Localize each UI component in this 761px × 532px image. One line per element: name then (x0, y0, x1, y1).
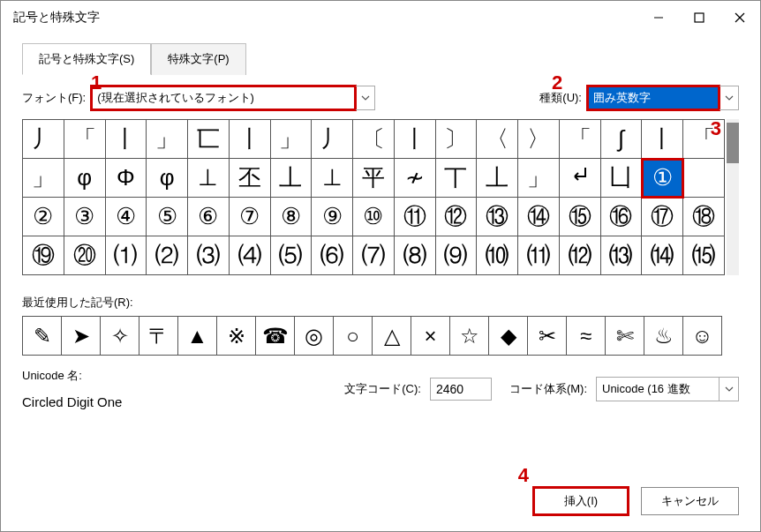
codesystem-field[interactable]: Unicode (16 進数 (596, 377, 720, 401)
char-cell[interactable]: 凵 (600, 159, 642, 198)
char-cell[interactable]: ⒀ (600, 236, 642, 275)
char-cell[interactable]: ⑧ (270, 198, 312, 236)
font-dropdown[interactable]: (現在選択されているフォント) (91, 86, 375, 110)
char-cell[interactable]: ⑩ (353, 198, 395, 236)
char-cell[interactable]: 丨 (394, 120, 435, 159)
charcode-input[interactable] (430, 378, 492, 401)
close-button[interactable] (720, 1, 760, 34)
recent-char-cell[interactable]: ☎ (256, 317, 295, 356)
recent-char-cell[interactable]: ◎ (295, 317, 334, 356)
recent-char-cell[interactable]: ≈ (567, 317, 606, 356)
char-cell[interactable]: 」 (23, 159, 64, 198)
char-cell[interactable]: ⑬ (477, 198, 518, 236)
recent-char-cell[interactable]: ☺ (683, 317, 722, 356)
char-cell[interactable]: ∫ (600, 120, 642, 159)
char-cell[interactable] (559, 159, 600, 198)
char-cell[interactable]: ≁ (394, 159, 435, 198)
recent-char-cell[interactable]: ※ (217, 317, 256, 356)
recent-char-cell[interactable]: ◆ (489, 317, 528, 356)
char-cell[interactable]: ⑾ (518, 236, 560, 275)
char-cell[interactable]: 丅 (435, 159, 477, 198)
char-cell[interactable]: 丄 (270, 159, 312, 198)
char-cell[interactable]: Φ (105, 159, 147, 198)
char-cell[interactable]: ⑿ (559, 236, 600, 275)
char-cell[interactable]: ⑮ (559, 198, 600, 236)
char-cell[interactable]: 〔 (353, 120, 395, 159)
char-cell[interactable]: 匸 (188, 120, 230, 159)
cancel-button[interactable]: キャンセル (641, 487, 739, 515)
subset-field[interactable]: 囲み英数字 (587, 86, 720, 110)
char-cell[interactable]: 丕 (229, 159, 270, 198)
char-cell[interactable]: 平 (353, 159, 395, 198)
char-cell[interactable]: 「 (559, 120, 600, 159)
scroll-thumb[interactable] (727, 123, 739, 163)
char-cell[interactable]: 」 (147, 120, 188, 159)
recent-char-cell[interactable]: ○ (334, 317, 373, 356)
recent-char-cell[interactable]: ✄ (606, 317, 644, 356)
maximize-button[interactable] (679, 1, 720, 34)
recent-char-cell[interactable]: △ (373, 317, 411, 356)
char-cell[interactable]: 丨 (642, 120, 683, 159)
char-cell[interactable]: ⑵ (147, 236, 188, 275)
char-cell[interactable]: ⒂ (683, 236, 725, 275)
char-cell[interactable]: ② (23, 198, 64, 236)
tab-symbols[interactable]: 記号と特殊文字(S) (22, 43, 151, 75)
char-cell[interactable]: 丿 (23, 120, 64, 159)
char-cell[interactable]: ⑯ (600, 198, 642, 236)
recent-char-cell[interactable]: ➤ (62, 317, 101, 356)
char-cell[interactable]: 〈 (477, 120, 518, 159)
char-cell[interactable]: ③ (64, 198, 105, 236)
char-cell[interactable]: 丄 (477, 159, 518, 198)
char-cell[interactable]: ⑴ (105, 236, 147, 275)
char-cell[interactable]: ⑨ (312, 198, 353, 236)
char-cell[interactable]: 〕 (435, 120, 477, 159)
recent-char-cell[interactable]: ✂ (528, 317, 567, 356)
char-cell[interactable]: ⑰ (642, 198, 683, 236)
char-cell[interactable]: 丨 (229, 120, 270, 159)
recent-char-cell[interactable]: ▲ (178, 317, 217, 356)
char-cell[interactable]: ⑻ (394, 236, 435, 275)
char-cell[interactable]: ⒁ (642, 236, 683, 275)
char-cell[interactable]: ⑭ (518, 198, 560, 236)
subset-dropdown[interactable]: 囲み英数字 (587, 86, 739, 110)
char-cell[interactable]: φ (147, 159, 188, 198)
char-cell[interactable]: ④ (105, 198, 147, 236)
char-cell[interactable]: 丨 (105, 120, 147, 159)
char-cell[interactable]: 丿 (312, 120, 353, 159)
char-cell[interactable]: 」 (270, 120, 312, 159)
font-field[interactable]: (現在選択されているフォント) (91, 86, 356, 110)
char-cell[interactable]: ⑹ (312, 236, 353, 275)
char-cell[interactable]: ⊥ (188, 159, 230, 198)
char-cell[interactable]: ① (642, 159, 683, 198)
char-cell[interactable]: ⑶ (188, 236, 230, 275)
char-cell[interactable]: ⑤ (147, 198, 188, 236)
grid-scrollbar[interactable] (727, 119, 739, 275)
recent-char-cell[interactable]: 〒 (139, 317, 178, 356)
char-cell[interactable]: ⑲ (23, 236, 64, 275)
font-dropdown-arrow[interactable] (356, 86, 375, 110)
char-cell[interactable]: ⑺ (353, 236, 395, 275)
char-cell[interactable]: ⑳ (64, 236, 105, 275)
char-cell[interactable]: ⊥ (312, 159, 353, 198)
subset-dropdown-arrow[interactable] (720, 86, 739, 110)
tab-special-chars[interactable]: 特殊文字(P) (151, 43, 245, 75)
char-cell[interactable]: ⑱ (683, 198, 725, 236)
char-cell[interactable]: 「 (64, 120, 105, 159)
char-cell[interactable]: φ (64, 159, 105, 198)
char-cell[interactable]: 」 (518, 159, 560, 198)
char-cell[interactable]: ⑷ (229, 236, 270, 275)
char-cell[interactable]: ⑦ (229, 198, 270, 236)
recent-char-cell[interactable]: ✎ (23, 317, 62, 356)
char-cell[interactable]: 〉 (518, 120, 560, 159)
char-cell[interactable]: ⑸ (270, 236, 312, 275)
minimize-button[interactable] (638, 1, 679, 34)
recent-char-cell[interactable]: ♨ (644, 317, 683, 356)
char-cell[interactable]: ⑫ (435, 198, 477, 236)
char-cell[interactable]: ⑽ (477, 236, 518, 275)
codesystem-dropdown[interactable]: Unicode (16 進数 (596, 377, 739, 401)
recent-char-cell[interactable]: ✧ (101, 317, 139, 356)
char-cell[interactable]: ⑥ (188, 198, 230, 236)
char-cell[interactable]: ⑼ (435, 236, 477, 275)
codesystem-arrow[interactable] (720, 377, 739, 401)
recent-char-cell[interactable]: ☆ (450, 317, 489, 356)
